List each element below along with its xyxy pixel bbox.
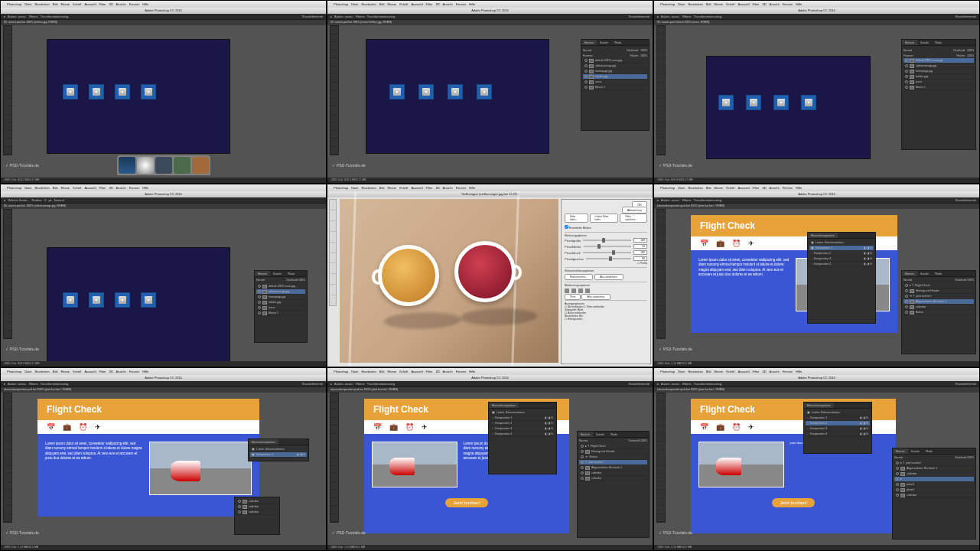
liquify-title: Verflüssigen (verfluessigen.jpg bei 12.4…: [327, 191, 653, 197]
thumbnail-3: PhotoshopDateiBearbeitenBildEbeneSchrift…: [653, 0, 980, 184]
book-button[interactable]: Jetzt buchen!: [445, 498, 488, 507]
layers-panel[interactable]: calendar calendar calendar: [234, 497, 280, 535]
layer-comps-panel[interactable]: Ebenenkomposition ▣Letzter Dokumentstatu…: [807, 232, 876, 324]
tool-palette[interactable]: [3, 25, 12, 155]
layer-comps-panel[interactable]: Ebenenkomposition ▣Letzter Dokumentstatu…: [248, 439, 309, 461]
thumbnail-1: PhotoshopDateiBearbeitenBildEbeneSchrift…: [0, 0, 327, 184]
liquify-toolbar[interactable]: [329, 199, 337, 306]
layers-panel[interactable]: EbenenKanälePfade NormalDeckkraft:100% ▸…: [577, 431, 650, 538]
plane-icon: ✈: [748, 240, 754, 247]
cancel-button[interactable]: Abbrechen: [622, 207, 647, 214]
dock-ps-icon[interactable]: [119, 157, 135, 174]
macos-dock[interactable]: [117, 155, 210, 175]
thumbnail-5: PhotoshopDateiBearbeitenBildEbeneSchrift…: [327, 184, 653, 367]
layer-comps-panel[interactable]: Ebenenkomposition ▣Letzter Dokumentstatu…: [488, 402, 557, 474]
liquify-canvas[interactable]: [340, 199, 558, 363]
watermark: PSD-Tutorials.de: [5, 163, 39, 168]
layer-comps-panel[interactable]: Ebenenkomposition ▣Letzter Dokumentstatu…: [803, 402, 872, 454]
status-bar: 100% Dok: 820,3 KB/4,57 MB: [1, 178, 326, 183]
cup-orange: [378, 245, 439, 306]
thumbnail-2: PhotoshopDateiBearbeitenBildEbeneSchrift…: [327, 0, 653, 184]
dock-app-icon[interactable]: [155, 157, 172, 174]
clock-icon: ⏰: [732, 240, 741, 247]
layers-panel[interactable]: EbenenKanälePfade NormalDeckkraft:100% F…: [901, 39, 976, 150]
cup-red: [454, 241, 516, 302]
window-title: Adobe Photoshop CC 2014: [1, 8, 326, 14]
options-bar[interactable]: ▸Autom. ausw.:EbeneTransformationssteg.G…: [1, 14, 326, 20]
thumbnail-9: PhotoshopDateiBearbeitenBildEbeneSchrift…: [653, 367, 980, 551]
briefcase-icon: 💼: [716, 240, 724, 247]
thumbnail-7: PhotoshopDateiBearbeitenBildEbeneSchrift…: [0, 367, 327, 551]
layers-panel[interactable]: EbenenKanälePfade NormalDeckkraft:100% ▸…: [892, 448, 976, 540]
liquify-options[interactable]: OK Abbrechen Gitter laden...Letztes Gitt…: [561, 199, 651, 364]
menubar[interactable]: PhotoshopDateiBearbeitenBildEbeneSchrift…: [1, 1, 326, 8]
dock-app-icon[interactable]: [174, 157, 190, 174]
doc-tab[interactable]: 05: assets.psd bei 100% (telefon.jpg, RG…: [1, 20, 326, 25]
dock-safari-icon[interactable]: [137, 157, 154, 174]
thumbnail-8: PhotoshopDateiBearbeitenBildEbeneSchrift…: [327, 367, 653, 551]
design-title: Flight Check: [700, 220, 755, 231]
layers-panel[interactable]: EbenenKanälePfade NormalDeckkraft:100% ▸…: [901, 270, 976, 354]
thumbnail-6: PhotoshopDateiBearbeitenBildEbeneSchrift…: [653, 184, 980, 367]
layers-panel[interactable]: EbenenKanälePfade NormalDeckkraft:100% F…: [581, 39, 650, 131]
calendar-icon: 📅: [700, 240, 708, 247]
canvas-icon: [63, 84, 78, 99]
thumbnail-4: PhotoshopDateiBearbeitenBildEbeneSchrift…: [0, 184, 327, 367]
layers-panel-float[interactable]: EbenenKanälePfade NormalDeckkraft:100% d…: [254, 270, 308, 343]
dock-app-icon[interactable]: [192, 157, 209, 174]
